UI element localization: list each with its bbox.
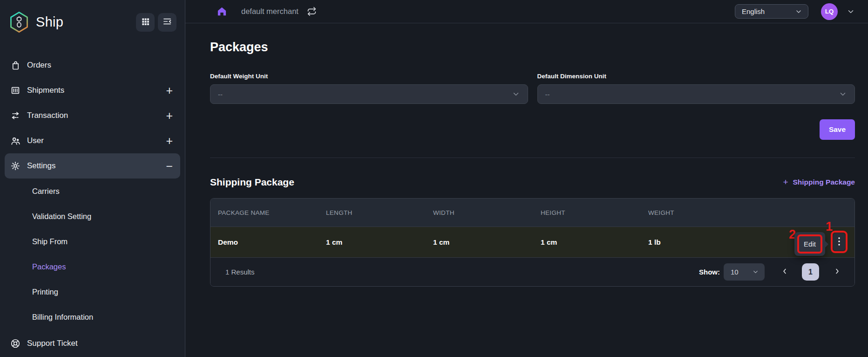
menu-fold-icon — [163, 17, 172, 27]
sidebar-item-label: Transaction — [27, 111, 68, 120]
previous-page-button[interactable] — [780, 267, 789, 277]
gear-icon — [9, 161, 21, 171]
page-size-select[interactable]: 10 — [724, 263, 765, 281]
avatar-initials: LQ — [825, 8, 834, 15]
sidebar-item-label: Support Ticket — [27, 339, 78, 348]
subitem-label: Packages — [32, 262, 66, 271]
users-icon — [9, 136, 21, 146]
unit-form: Default Weight Unit -- Default Dimension… — [210, 73, 855, 104]
edit-button[interactable]: Edit — [804, 240, 816, 248]
sidebar-subitem-carriers[interactable]: Carriers — [0, 178, 185, 204]
kebab-menu-icon — [836, 236, 842, 248]
sidebar-item-label: Settings — [27, 161, 55, 171]
avatar[interactable]: LQ — [821, 3, 838, 20]
sidebar-item-support-ticket[interactable]: Support Ticket — [0, 330, 185, 357]
sidebar-subitem-ship-from[interactable]: Ship From — [0, 229, 185, 254]
next-page-button[interactable] — [833, 267, 841, 277]
orders-bag-icon — [9, 61, 21, 70]
chevron-down-icon — [795, 8, 802, 15]
collapse-minus-icon[interactable]: − — [166, 160, 173, 172]
page-size-value: 10 — [731, 268, 739, 276]
chevron-right-icon — [833, 267, 841, 277]
sidebar-subitem-validation-setting[interactable]: Validation Setting — [0, 204, 185, 229]
logo-row: Ship — [0, 0, 185, 33]
app-root: Ship — [0, 0, 868, 357]
column-header-width: WIDTH — [433, 209, 541, 216]
sidebar-item-transaction[interactable]: Transaction + — [0, 103, 185, 128]
expand-plus-icon[interactable]: + — [166, 85, 173, 96]
subitem-label: Carriers — [32, 187, 60, 196]
sidebar-item-label: Shipments — [27, 86, 64, 95]
sidebar-subitem-billing-information[interactable]: Billing Information — [0, 304, 185, 330]
plus-icon: + — [783, 177, 788, 187]
profile-chevron-down-icon[interactable] — [847, 7, 855, 16]
row-menu-button[interactable] — [833, 233, 845, 251]
table-header: PACKAGE NAME LENGTH WIDTH HEIGHT WEIGHT — [210, 199, 854, 227]
language-value: English — [742, 7, 765, 15]
shipments-container-icon — [9, 85, 21, 96]
column-header-weight: WEIGHT — [648, 209, 763, 216]
weight-unit-field: Default Weight Unit -- — [210, 73, 528, 104]
column-header-length: LENGTH — [326, 209, 433, 216]
column-header-height: HEIGHT — [541, 209, 648, 216]
sidebar-subitem-printing[interactable]: Printing — [0, 279, 185, 304]
page-title: Packages — [210, 40, 855, 55]
cell-height: 1 cm — [541, 238, 648, 247]
apps-grid-button[interactable] — [136, 13, 155, 32]
chevron-left-icon — [780, 267, 789, 277]
annotation-box-edit: Edit — [797, 234, 822, 254]
sidebar-item-label: User — [27, 136, 44, 145]
expand-plus-icon[interactable]: + — [166, 110, 173, 122]
life-buoy-icon — [9, 338, 21, 349]
dimension-unit-select[interactable]: -- — [537, 84, 855, 104]
subitem-label: Ship From — [32, 237, 68, 246]
shipping-package-title: Shipping Package — [210, 177, 294, 188]
language-select[interactable]: English — [735, 4, 808, 19]
grid-icon — [141, 17, 150, 27]
chevron-down-icon — [752, 268, 759, 275]
cell-length: 1 cm — [326, 238, 433, 247]
sidebar-item-user[interactable]: User + — [0, 128, 185, 153]
subitem-label: Billing Information — [32, 313, 93, 322]
dimension-unit-field: Default Dimension Unit -- — [537, 73, 855, 104]
expand-plus-icon[interactable]: + — [166, 135, 173, 147]
sidebar-item-label: Orders — [27, 61, 51, 70]
column-header-package-name: PACKAGE NAME — [218, 209, 326, 216]
cell-weight: 1 lb — [648, 238, 763, 247]
sidebar-item-orders[interactable]: Orders — [0, 53, 185, 78]
add-shipping-package-button[interactable]: + Shipping Package — [783, 177, 855, 187]
page-number-button[interactable]: 1 — [802, 263, 819, 281]
add-shipping-package-label: Shipping Package — [793, 178, 855, 186]
app-title: Ship — [36, 14, 63, 30]
section-divider — [210, 158, 855, 158]
weight-unit-value: -- — [218, 90, 223, 98]
shipping-package-table: PACKAGE NAME LENGTH WIDTH HEIGHT WEIGHT … — [210, 198, 855, 287]
cell-width: 1 cm — [433, 238, 541, 247]
weight-unit-select[interactable]: -- — [210, 84, 528, 104]
weight-unit-label: Default Weight Unit — [210, 73, 528, 80]
dimension-unit-value: -- — [545, 90, 550, 98]
table-row[interactable]: Demo 1 cm 1 cm 1 cm 1 lb 1 2 Edit — [210, 227, 854, 257]
merchant-name: default merchant — [241, 7, 298, 16]
switch-merchant-icon[interactable] — [307, 7, 317, 16]
sidebar-subitem-packages[interactable]: Packages — [0, 254, 185, 279]
sidebar-nav: Orders Shipments + — [0, 53, 185, 330]
topbar: default merchant English — [185, 0, 868, 23]
subitem-label: Validation Setting — [32, 212, 91, 221]
show-label: Show: — [699, 268, 720, 276]
table-footer: 1 Results Show: 10 — [210, 257, 854, 286]
chevron-down-icon — [839, 90, 847, 98]
main-area: default merchant English — [185, 0, 868, 357]
dimension-unit-label: Default Dimension Unit — [537, 73, 855, 80]
collapse-sidebar-button[interactable] — [158, 13, 176, 32]
annotation-marker-1: 1 — [826, 220, 833, 233]
annotation-box-menu — [831, 231, 848, 253]
home-icon[interactable] — [217, 6, 227, 17]
ship-logo-icon — [9, 11, 29, 33]
save-button[interactable]: Save — [820, 119, 855, 140]
cell-package-name: Demo — [218, 238, 326, 247]
chevron-down-icon — [512, 90, 520, 98]
sidebar: Ship — [0, 0, 185, 357]
sidebar-item-settings[interactable]: Settings − — [5, 153, 180, 178]
sidebar-item-shipments[interactable]: Shipments + — [0, 78, 185, 103]
